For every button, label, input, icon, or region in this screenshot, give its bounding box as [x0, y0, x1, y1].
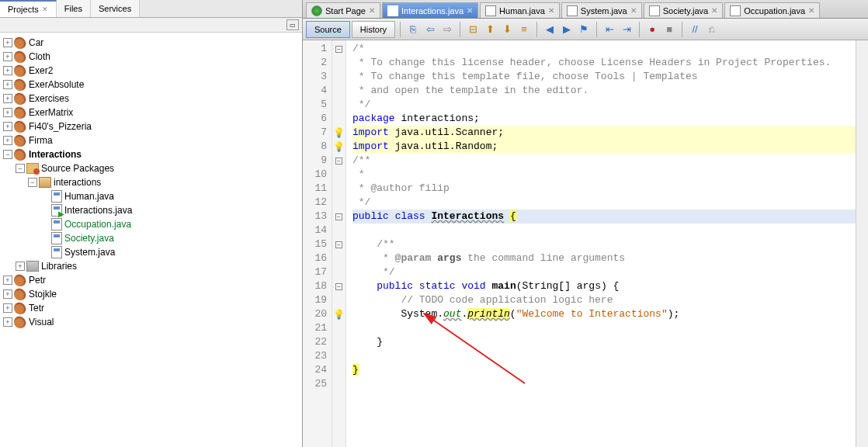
line-number[interactable]: 16	[303, 251, 332, 265]
project-petr[interactable]: +Petr	[0, 273, 302, 287]
history-view-button[interactable]: History	[352, 21, 395, 38]
close-icon[interactable]: ✕	[808, 6, 814, 15]
project-exercises[interactable]: +Exercises	[0, 92, 302, 106]
hint-bulb-icon[interactable]: 💡	[333, 140, 345, 154]
comment-icon[interactable]: //	[687, 22, 703, 37]
project-stojkle[interactable]: +Stojkle	[0, 287, 302, 301]
project-interactions[interactable]: −Interactions	[0, 147, 302, 161]
line-number[interactable]: 20	[303, 307, 332, 321]
file-occupation[interactable]: Occupation.java	[0, 217, 302, 231]
toggle-bookmark-icon[interactable]: ⚑	[576, 22, 592, 37]
line-number[interactable]: 8	[303, 140, 332, 154]
file-human[interactable]: Human.java	[0, 189, 302, 203]
last-edit-icon[interactable]: ⎘	[405, 22, 421, 37]
line-number[interactable]: 5	[303, 98, 332, 112]
expand-icon[interactable]: +	[3, 289, 12, 299]
start-macro-icon[interactable]: ●	[644, 22, 660, 37]
line-number[interactable]: 15	[303, 237, 332, 251]
close-icon[interactable]: ✕	[42, 5, 48, 13]
line-number[interactable]: 4	[303, 84, 332, 98]
expand-icon[interactable]: +	[3, 52, 12, 61]
collapse-icon[interactable]: −	[28, 178, 37, 187]
expand-icon[interactable]: +	[3, 80, 12, 89]
error-bulb-icon[interactable]: 💡	[333, 307, 345, 321]
project-exer2[interactable]: +Exer2	[0, 64, 302, 78]
line-number[interactable]: 13	[303, 210, 332, 224]
fold-icon[interactable]: −	[335, 46, 342, 53]
project-exerabsolute[interactable]: +ExerAbsolute	[0, 78, 302, 92]
expand-icon[interactable]: +	[3, 108, 12, 117]
shift-right-icon[interactable]: ⇥	[619, 22, 634, 37]
project-pizzeria[interactable]: +Fi40's_Pizzeria	[0, 120, 302, 133]
find-selection-icon[interactable]: ⊟	[465, 22, 481, 37]
shift-left-icon[interactable]: ⇤	[602, 22, 617, 37]
fold-icon[interactable]: −	[335, 241, 342, 248]
project-firma[interactable]: +Firma	[0, 133, 302, 147]
expand-icon[interactable]: +	[3, 275, 12, 285]
expand-icon[interactable]: +	[3, 94, 12, 103]
find-next-icon[interactable]: ⬇	[499, 22, 515, 37]
tab-start-page[interactable]: Start Page✕	[306, 2, 380, 18]
uncomment-icon[interactable]: ⎌	[704, 22, 720, 37]
close-icon[interactable]: ✕	[548, 6, 554, 15]
file-interactions[interactable]: Interactions.java	[0, 203, 302, 217]
line-number[interactable]: 10	[303, 168, 332, 182]
expand-icon[interactable]: +	[3, 303, 12, 313]
line-number[interactable]: 9	[303, 154, 332, 168]
line-number[interactable]: 25	[303, 377, 332, 391]
tab-files[interactable]: Files	[57, 0, 91, 17]
tab-system-java[interactable]: System.java✕	[561, 2, 642, 18]
close-icon[interactable]: ✕	[630, 6, 637, 15]
tab-society-java[interactable]: Society.java✕	[644, 2, 724, 18]
toggle-highlight-icon[interactable]: ≡	[516, 22, 532, 37]
tab-services[interactable]: Services	[91, 0, 140, 17]
close-icon[interactable]: ✕	[467, 6, 473, 15]
close-icon[interactable]: ✕	[711, 6, 717, 15]
expand-icon[interactable]: +	[3, 66, 12, 75]
tab-occupation-java[interactable]: Occupation.java✕	[724, 2, 820, 18]
node-libraries[interactable]: +Libraries	[0, 259, 302, 273]
back-icon[interactable]: ⇦	[422, 22, 438, 37]
expand-icon[interactable]: +	[16, 262, 25, 271]
forward-icon[interactable]: ⇨	[439, 22, 455, 37]
project-exermatrix[interactable]: +ExerMatrix	[0, 106, 302, 120]
project-car[interactable]: +Car	[0, 36, 302, 50]
code-editor[interactable]: /* * To change this license header, choo…	[346, 40, 856, 447]
line-number[interactable]: 17	[303, 265, 332, 279]
line-number[interactable]: 12	[303, 196, 332, 210]
expand-icon[interactable]: +	[3, 136, 12, 145]
tab-interactions-java[interactable]: Interactions.java✕	[382, 2, 478, 18]
fold-icon[interactable]: −	[335, 158, 342, 165]
line-number[interactable]: 23	[303, 349, 332, 363]
line-number[interactable]: 14	[303, 224, 332, 237]
line-number[interactable]: 19	[303, 293, 332, 307]
line-number[interactable]: 7	[303, 126, 332, 140]
line-number[interactable]: 21	[303, 321, 332, 335]
collapse-icon[interactable]: −	[3, 150, 12, 159]
line-number[interactable]: 11	[303, 182, 332, 196]
line-number[interactable]: 3	[303, 70, 332, 84]
close-icon[interactable]: ✕	[369, 6, 375, 15]
next-bookmark-icon[interactable]: ▶	[559, 22, 575, 37]
vertical-scrollbar[interactable]	[856, 40, 868, 447]
collapse-icon[interactable]: −	[16, 164, 25, 173]
find-previous-icon[interactable]: ⬆	[482, 22, 498, 37]
minimize-icon[interactable]: ▭	[286, 19, 299, 30]
previous-bookmark-icon[interactable]: ◀	[542, 22, 557, 37]
node-source-packages[interactable]: −Source Packages	[0, 161, 302, 175]
node-package-interactions[interactable]: −interactions	[0, 175, 302, 189]
project-visual[interactable]: +Visual	[0, 315, 302, 329]
hint-bulb-icon[interactable]: 💡	[333, 126, 345, 140]
project-cloth[interactable]: +Cloth	[0, 50, 302, 64]
line-number[interactable]: 18	[303, 279, 332, 293]
expand-icon[interactable]: +	[3, 122, 12, 131]
stop-macro-icon[interactable]: ■	[661, 22, 677, 37]
line-number[interactable]: 22	[303, 335, 332, 349]
project-tetr[interactable]: +Tetr	[0, 301, 302, 315]
tab-projects[interactable]: Projects✕	[0, 0, 57, 17]
source-view-button[interactable]: Source	[306, 21, 350, 38]
expand-icon[interactable]: +	[3, 38, 12, 47]
line-number[interactable]: 6	[303, 112, 332, 126]
fold-icon[interactable]: −	[335, 213, 342, 220]
line-number[interactable]: 1	[303, 42, 332, 56]
